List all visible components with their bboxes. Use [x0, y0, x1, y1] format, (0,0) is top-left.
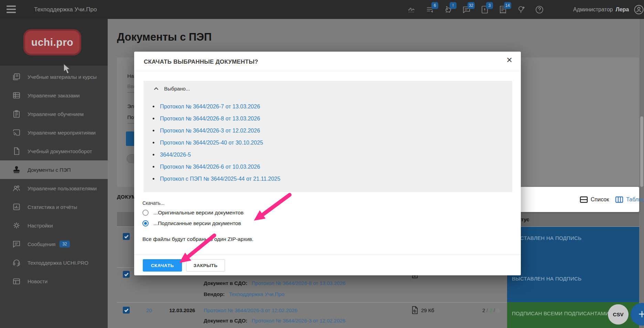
modal-footer: СКАЧАТЬ ЗАКРЫТЬ	[134, 255, 521, 275]
row-checkbox[interactable]	[123, 271, 130, 278]
close-icon[interactable]: ✕	[506, 56, 513, 64]
bullet-icon: •	[152, 127, 160, 135]
badge: 14	[504, 2, 511, 9]
list-item: •3644/2026-5	[152, 151, 280, 159]
sidebar-item-support[interactable]: Техподдержка UCHI.PRO	[0, 253, 108, 272]
row-number-link[interactable]: 20	[146, 307, 152, 313]
badge: 6	[431, 2, 438, 9]
view-table-label: Таблица	[626, 197, 644, 203]
sidebar-item-orders[interactable]: Управление заказами	[0, 86, 108, 105]
chart-icon	[12, 203, 21, 211]
view-table-toggle[interactable]: Таблица	[615, 196, 644, 203]
user-role: Администратор	[573, 7, 613, 13]
sidebar-item-statistics[interactable]: Статистика и отчёты	[0, 198, 108, 216]
topbar-icon-strip: 6 ! 32 3 14	[407, 0, 545, 19]
sidebar-item-users[interactable]: Управление пользователями	[0, 179, 108, 198]
hamburger-menu-icon[interactable]	[7, 6, 16, 13]
radio-signed-versions[interactable]: ...Подписанные версии документов	[142, 220, 241, 226]
row-date: 12.03.2026	[169, 307, 195, 313]
sdo-document-link[interactable]: Протокол № 3644/2026-8 от 13.03.2026	[252, 280, 346, 286]
view-list-label: Список	[591, 197, 609, 203]
selected-documents-list: •Протокол № 3644/2026-7 от 13.03.2026 •П…	[152, 103, 280, 187]
download-button[interactable]: СКАЧАТЬ	[143, 259, 182, 272]
user-menu[interactable]: Администратор Лера	[573, 0, 644, 19]
row-checkbox[interactable]	[123, 233, 130, 240]
sidebar-item-label: Настройки	[28, 223, 53, 229]
sidebar-item-label: Сообщения	[28, 241, 55, 247]
sdo-document-line: Документ в СДО: Протокол № 3644/2026-8 о…	[204, 280, 345, 286]
radio-original-versions[interactable]: ...Оригинальные версии документов	[142, 210, 244, 216]
radio-icon-selected[interactable]	[142, 220, 149, 226]
zip-note: Все файлы будут собраны в один ZIP-архив…	[142, 236, 254, 242]
view-mode-popover: Список Таблица	[517, 187, 639, 212]
sidebar-item-label: Управление мероприятиями	[28, 130, 96, 136]
list-item: •Протокол № 3644/2026-7 от 13.03.2026	[152, 103, 280, 110]
sidebar-item-messages[interactable]: Сообщения 32	[0, 235, 108, 253]
document-link[interactable]: Протокол № 3644/2026-8 от 13.03.2026	[160, 116, 260, 122]
piggy-bank-icon[interactable]: !	[443, 4, 453, 15]
document-link[interactable]: 3644/2026-5	[160, 152, 191, 158]
document-link[interactable]: Протокол № 3644/2025-40 от 30.10.2025	[160, 140, 263, 146]
help-icon[interactable]	[534, 4, 545, 15]
document-link[interactable]: Протокол с ПЭП № 3644/2025-44 от 21.11.2…	[160, 176, 280, 182]
document-link[interactable]: Протокол № 3644/2026-3 от 12.02.2026	[204, 307, 298, 313]
list-item: •Протокол с ПЭП № 3644/2025-44 от 21.11.…	[152, 175, 280, 183]
scrollbar-thumb[interactable]	[640, 116, 643, 187]
user-name: Лера	[615, 7, 629, 13]
book-icon	[12, 73, 21, 81]
sidebar-item-learning[interactable]: Управление обучением	[0, 105, 108, 123]
sidebar-item-news[interactable]: Новости	[0, 272, 108, 290]
close-button[interactable]: ЗАКРЫТЬ	[186, 259, 225, 272]
badge: 32	[468, 2, 475, 9]
vendor-line: Вендор: Техподдержка Учи.Про	[204, 291, 284, 297]
document-link[interactable]: Протокол № 3644/2026-6 от 10.03.2026	[160, 164, 260, 170]
status-badge: ВЫСТАВЛЕН НА ПОДПИСЬ	[507, 227, 639, 267]
document-link[interactable]: Протокол № 3644/2026-7 от 13.03.2026	[160, 104, 260, 110]
table-list-icon	[12, 91, 21, 99]
logo-text: uchi.pro	[31, 36, 73, 48]
sidebar-item-events[interactable]: Управление мероприятиями	[0, 123, 108, 142]
messages-badge: 32	[60, 241, 69, 247]
sidebar-item-label: Учебные материалы и курсы	[28, 74, 97, 80]
row-checkbox[interactable]	[123, 307, 130, 314]
gear-icon	[12, 221, 21, 230]
users-icon	[12, 184, 21, 192]
scrollbar-track	[640, 19, 644, 328]
sidebar-item-label: Техподдержка UCHI.PRO	[28, 260, 88, 266]
chat-icon[interactable]: 32	[461, 4, 472, 15]
bullet-icon: •	[152, 163, 160, 171]
radio-icon[interactable]	[142, 210, 149, 216]
csv-export-button[interactable]: CSV	[608, 304, 629, 325]
message-icon	[12, 240, 21, 248]
uchi-pro-logo[interactable]: uchi.pro	[23, 29, 81, 55]
vendor-link[interactable]: Техподдержка Учи.Про	[229, 291, 285, 297]
sdo-document-link[interactable]: Протокол № 3644/2026-3 от 12.02.2026	[252, 318, 346, 324]
sidebar-item-label: Управление обучением	[28, 111, 84, 117]
sidebar-logo-area: uchi.pro	[0, 19, 108, 66]
app-window: Техподдержка Учи.Про 6 ! 32 3	[0, 0, 644, 328]
top-bar: Техподдержка Учи.Про 6 ! 32 3	[0, 0, 644, 19]
list-item: •Протокол № 3644/2026-6 от 10.03.2026	[152, 163, 280, 171]
document-link[interactable]: Протокол № 3644/2026-3 от 12.02.2026	[160, 128, 260, 134]
sidebar-item-settings[interactable]: Настройки	[0, 216, 108, 235]
stamp-icon	[12, 166, 21, 174]
view-list-toggle[interactable]: Список	[580, 196, 609, 203]
sidebar-item-docflow[interactable]: Учебный документооборот	[0, 142, 108, 160]
tips-icon[interactable]	[516, 4, 526, 15]
list-item: •Протокол № 3644/2026-3 от 12.02.2026	[152, 127, 280, 135]
sidebar-item-materials[interactable]: Учебные материалы и курсы	[0, 67, 108, 86]
list-view-icon	[580, 196, 588, 203]
document-alert-icon[interactable]: 3	[480, 4, 490, 15]
orders-icon[interactable]: 6	[425, 4, 435, 15]
pdf-file-icon	[411, 306, 418, 314]
bullet-icon: •	[152, 103, 160, 110]
sdo-document-line: Документ в СДО: Протокол № 3644/2026-3 о…	[204, 318, 345, 324]
signature-icon[interactable]	[407, 4, 417, 15]
chevron-up-icon	[154, 87, 159, 90]
receipt-icon[interactable]: 14	[498, 4, 508, 15]
selected-toggle[interactable]: Выбрано...	[154, 86, 190, 92]
avatar-icon	[634, 4, 644, 15]
sidebar-item-label: Управление заказами	[28, 93, 80, 98]
sidebar-item-label: Новости	[28, 278, 47, 284]
sidebar-item-pep-documents[interactable]: Документы с ПЭП	[0, 160, 108, 179]
